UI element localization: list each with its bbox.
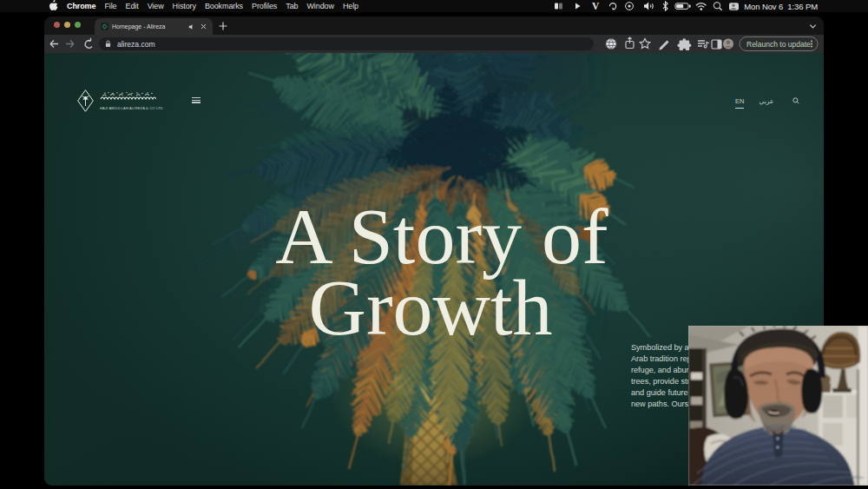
- svg-text:Relaunch to update: Relaunch to update: [746, 40, 811, 49]
- svg-text:V: V: [592, 1, 600, 11]
